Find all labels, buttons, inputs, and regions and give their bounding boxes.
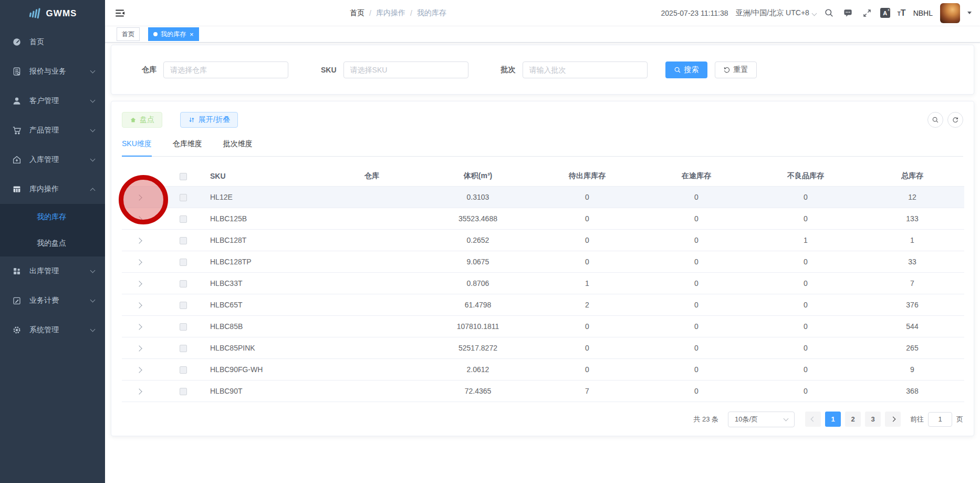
avatar[interactable] — [940, 3, 960, 23]
row-checkbox[interactable] — [180, 345, 187, 352]
refresh-icon[interactable] — [947, 112, 963, 128]
expand-column-header — [122, 166, 157, 186]
chevron-up-icon — [90, 188, 96, 193]
logo: GWMS — [0, 0, 105, 27]
timezone-selector[interactable]: 亚洲/中国/北京 UTC+8 — [735, 8, 816, 18]
row-expand-icon[interactable] — [136, 367, 142, 373]
page-button-2[interactable]: 2 — [845, 412, 861, 427]
cell-defective: 0 — [751, 337, 860, 358]
row-expand-icon[interactable] — [136, 194, 142, 200]
expand-collapse-button[interactable]: 展开/折叠 — [180, 112, 238, 128]
cell-warehouse — [320, 380, 423, 402]
table-row: HLBC125B35523.4688000133 — [122, 208, 964, 229]
tag-label: 首页 — [122, 30, 134, 39]
breadcrumb-item[interactable]: 首页 — [350, 8, 364, 18]
sidebar-item-label: 库内操作 — [29, 184, 91, 194]
close-icon[interactable]: × — [190, 31, 194, 38]
row-checkbox[interactable] — [180, 323, 187, 331]
sidebar-item-outbound[interactable]: 出库管理 — [0, 256, 105, 286]
sidebar-item-inbound[interactable]: 入库管理 — [0, 145, 105, 174]
table-row: HLBC85PINK52517.8272000265 — [122, 337, 964, 358]
message-icon[interactable] — [842, 7, 854, 19]
sidebar-item-warehouse-ops[interactable]: 库内操作 — [0, 174, 105, 204]
translate-icon[interactable]: Ax — [880, 8, 890, 18]
tab-warehouse-dimension[interactable]: 仓库维度 — [173, 139, 202, 156]
row-expand-icon[interactable] — [136, 259, 142, 265]
cell-volume: 0.3103 — [423, 186, 533, 208]
fullscreen-icon[interactable] — [861, 7, 873, 19]
sidebar-item-customers[interactable]: 客户管理 — [0, 86, 105, 116]
sidebar-subitem-my-stocktake[interactable]: 我的盘点 — [0, 230, 105, 256]
sidebar-item-products[interactable]: 产品管理 — [0, 116, 105, 145]
cell-pending-out: 0 — [533, 315, 642, 337]
sidebar-item-billing[interactable]: 业务计费 — [0, 286, 105, 315]
breadcrumb-item[interactable]: 库内操作 — [376, 8, 405, 18]
sidebar-item-quotes[interactable]: 报价与业务 — [0, 57, 105, 86]
app-root: GWMS 首页 报价与业务 客户管理 产品管理 — [0, 0, 980, 483]
sidebar-item-label: 客户管理 — [29, 96, 91, 106]
cell-sku: HLBC125B — [210, 208, 320, 229]
search-icon[interactable] — [823, 7, 835, 19]
tab-sku-dimension[interactable]: SKU维度 — [122, 139, 152, 156]
tag-home[interactable]: 首页 — [117, 27, 140, 41]
row-checkbox[interactable] — [180, 388, 187, 395]
cell-pending-out: 1 — [533, 272, 642, 294]
chevron-down-icon — [90, 98, 96, 103]
chevron-down-icon — [90, 327, 96, 332]
table-search-icon[interactable] — [927, 112, 943, 128]
sidebar-subitem-label: 我的库存 — [37, 212, 66, 222]
row-checkbox[interactable] — [180, 237, 187, 244]
sidebar-item-system[interactable]: 系统管理 — [0, 315, 105, 345]
select-all-checkbox[interactable] — [180, 173, 187, 180]
sidebar-subitem-my-inventory[interactable]: 我的库存 — [0, 204, 105, 230]
tag-my-inventory[interactable]: 我的库存 × — [148, 27, 199, 41]
cell-total: 9 — [860, 358, 964, 380]
row-checkbox[interactable] — [180, 366, 187, 374]
row-checkbox[interactable] — [180, 302, 187, 309]
row-checkbox[interactable] — [180, 259, 187, 266]
cell-total: 376 — [860, 294, 964, 315]
table-row: HLBC128T0.26520011 — [122, 229, 964, 251]
user-menu-caret-icon[interactable] — [967, 12, 972, 14]
prev-page-button[interactable] — [805, 412, 821, 427]
row-checkbox[interactable] — [180, 280, 187, 287]
warehouse-input[interactable] — [163, 61, 288, 78]
sidebar-fold-icon[interactable] — [113, 7, 126, 19]
reset-button[interactable]: 重置 — [715, 61, 757, 78]
row-expand-icon[interactable] — [136, 345, 142, 351]
chevron-down-icon — [90, 68, 96, 74]
row-expand-icon[interactable] — [136, 302, 142, 308]
cell-sku: HLBC85PINK — [210, 337, 320, 358]
page-button-1[interactable]: 1 — [825, 412, 841, 427]
row-checkbox[interactable] — [180, 215, 187, 223]
cell-pending-out: 0 — [533, 358, 642, 380]
cell-defective: 0 — [751, 186, 860, 208]
row-checkbox[interactable] — [180, 194, 187, 201]
batch-input[interactable] — [523, 61, 648, 78]
cell-volume: 35523.4688 — [423, 208, 533, 229]
cell-total: 1 — [860, 229, 964, 251]
column-header-volume: 体积(m³) — [423, 166, 533, 186]
row-expand-icon[interactable] — [136, 238, 142, 243]
cell-volume: 52517.8272 — [423, 337, 533, 358]
goto-page-input[interactable] — [928, 412, 952, 427]
font-size-icon[interactable]: TT — [898, 8, 906, 18]
cell-volume: 61.4798 — [423, 294, 533, 315]
row-expand-icon[interactable] — [136, 388, 142, 394]
row-expand-icon[interactable] — [136, 324, 142, 330]
cell-volume: 0.8706 — [423, 272, 533, 294]
column-header-warehouse: 仓库 — [320, 166, 423, 186]
row-expand-icon[interactable] — [136, 216, 142, 222]
tab-batch-dimension[interactable]: 批次维度 — [223, 139, 253, 156]
search-button[interactable]: 搜索 — [665, 61, 707, 78]
page-button-3[interactable]: 3 — [865, 412, 881, 427]
stocktake-button[interactable]: 盘点 — [122, 112, 162, 128]
sku-input[interactable] — [343, 61, 468, 78]
cell-pending-out: 0 — [533, 186, 642, 208]
inventory-table: SKU 仓库 体积(m³) 待出库库存 在途库存 不良品库存 总库存 HL12E… — [122, 166, 963, 402]
sidebar-item-home[interactable]: 首页 — [0, 27, 105, 57]
next-page-button[interactable] — [885, 412, 901, 427]
page-size-select[interactable]: 10条/页 — [728, 412, 795, 427]
warehouse-label: 仓库 — [142, 65, 157, 75]
row-expand-icon[interactable] — [136, 281, 142, 286]
